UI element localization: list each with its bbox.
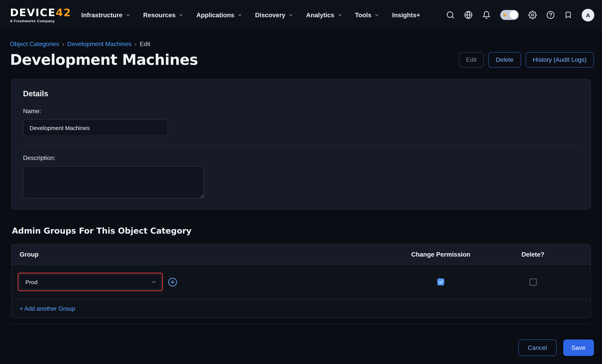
navbar-right-controls: A [446,9,594,21]
change-permission-cell [383,279,498,285]
chevron-down-icon [337,12,342,17]
logo-accent-42: 42 [56,6,71,18]
breadcrumb-separator: › [135,41,137,48]
breadcrumb-current-edit: Edit [140,41,150,48]
nav-item-tools[interactable]: Tools [355,11,379,19]
nav-item-insights[interactable]: Insights+ [392,11,420,19]
table-row: Prod [11,265,591,299]
nav-item-label: Analytics [306,11,334,19]
description-label: Description: [23,155,579,161]
chevron-down-icon [375,12,379,17]
delete-button[interactable]: Delete [489,52,521,68]
gear-icon[interactable] [528,11,537,19]
change-permission-checkbox[interactable] [437,279,444,285]
chevron-down-icon [126,12,130,17]
logo-tagline: A Freshworks Company [10,19,71,23]
chevron-down-icon [237,12,242,17]
breadcrumb-development-machines[interactable]: Development Machines [67,41,131,48]
breadcrumb-separator: › [62,41,64,48]
nav-item-label: Insights+ [392,11,420,19]
table-header-row: Group Change Permission Delete? [11,244,591,265]
admin-groups-table: Group Change Permission Delete? Prod [11,244,591,318]
group-select[interactable]: Prod [20,275,161,289]
theme-toggle[interactable] [500,10,519,20]
group-select-highlight: Prod [18,273,163,291]
name-input[interactable] [23,119,168,136]
page-divider [11,324,591,324]
delete-checkbox[interactable] [529,278,537,286]
globe-icon[interactable] [464,11,473,19]
breadcrumb-object-categories[interactable]: Object Categories [10,41,59,48]
search-icon[interactable] [446,11,455,19]
logo-text: DEVICE [10,6,56,18]
nav-item-discovery[interactable]: Discovery [255,11,293,19]
details-card: Details Name: Description: [11,79,591,209]
edit-button[interactable]: Edit [459,52,484,68]
add-group-plus-icon[interactable] [168,277,177,287]
column-header-change-permission: Change Permission [383,251,498,258]
bell-icon[interactable] [482,11,491,19]
column-header-delete: Delete? [498,251,568,258]
device42-app: DEVICE42 A Freshworks Company Infrastruc… [0,0,602,364]
nav-item-analytics[interactable]: Analytics [306,11,342,19]
help-icon[interactable] [546,11,555,19]
chevron-down-icon [151,279,157,285]
nav-item-label: Discovery [255,11,285,19]
main-nav: Infrastructure Resources Applications Di… [81,11,420,19]
top-navbar: DEVICE42 A Freshworks Company Infrastruc… [0,0,602,30]
title-row: Development Machines Edit Delete History… [10,52,594,68]
delete-cell [498,278,568,286]
add-another-group-link[interactable]: + Add another Group [20,305,75,312]
history-audit-logs-button[interactable]: History (Audit Logs) [525,52,594,68]
nav-item-label: Resources [143,11,176,19]
details-divider [23,145,579,145]
name-label: Name: [23,108,579,115]
page-title: Development Machines [10,52,198,68]
chevron-down-icon [288,12,293,17]
user-avatar[interactable]: A [582,9,594,21]
nav-item-label: Infrastructure [81,11,122,19]
nav-item-applications[interactable]: Applications [196,11,242,19]
moon-icon [503,12,508,17]
save-button[interactable]: Save [563,339,594,356]
breadcrumb: Object Categories › Development Machines… [10,41,592,48]
admin-groups-heading: Admin Groups For This Object Category [12,226,591,236]
nav-item-label: Applications [196,11,234,19]
cancel-button[interactable]: Cancel [518,339,557,356]
nav-item-resources[interactable]: Resources [143,11,184,19]
description-textarea[interactable] [23,166,204,198]
nav-item-label: Tools [355,11,371,19]
page-actions: Edit Delete History (Audit Logs) [459,52,594,68]
nav-item-infrastructure[interactable]: Infrastructure [81,11,130,19]
footer-actions: Cancel Save [8,339,594,356]
add-group-row: + Add another Group [11,299,591,318]
toggle-knob [509,11,518,19]
group-cell: Prod [11,273,383,291]
column-header-group: Group [11,251,383,258]
details-heading: Details [23,89,579,98]
chevron-down-icon [179,12,184,17]
logo-wordmark: DEVICE42 [10,7,71,17]
device42-logo[interactable]: DEVICE42 A Freshworks Company [10,7,71,23]
bookmark-icon[interactable] [564,11,572,19]
group-select-value: Prod [25,279,37,285]
